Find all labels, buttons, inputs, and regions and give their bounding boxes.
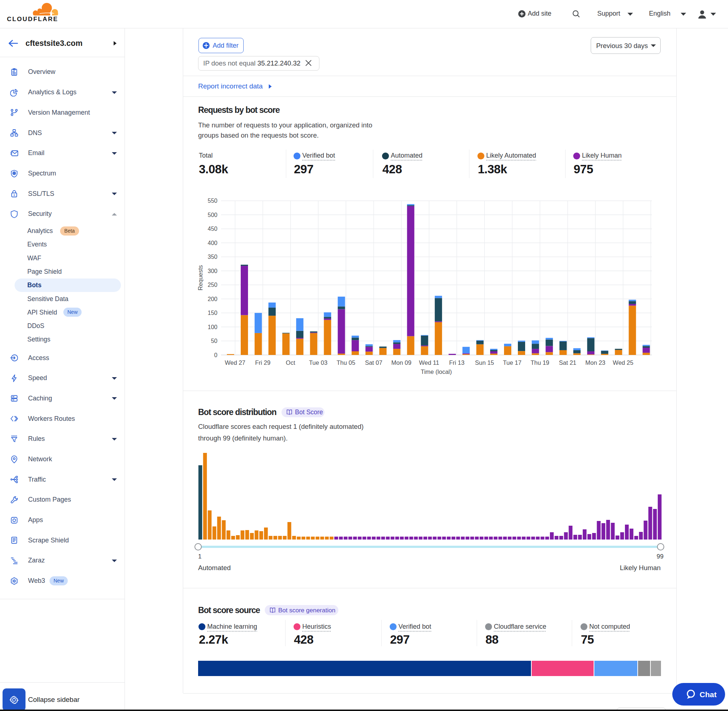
svg-text:Mon 09: Mon 09 bbox=[391, 359, 412, 366]
svg-text:400: 400 bbox=[208, 240, 217, 246]
svg-text:250: 250 bbox=[208, 282, 217, 288]
svg-text:300: 300 bbox=[208, 268, 217, 274]
svg-text:Sat 21: Sat 21 bbox=[559, 359, 576, 366]
svg-text:Time (local): Time (local) bbox=[421, 369, 452, 375]
svg-text:150: 150 bbox=[208, 310, 217, 316]
svg-text:Sun 15: Sun 15 bbox=[475, 359, 494, 366]
svg-text:Oct: Oct bbox=[286, 359, 295, 366]
svg-text:0: 0 bbox=[214, 352, 217, 358]
svg-text:Sat 07: Sat 07 bbox=[365, 359, 382, 366]
svg-text:200: 200 bbox=[208, 296, 217, 302]
svg-text:Wed 27: Wed 27 bbox=[225, 359, 245, 366]
svg-text:Requests: Requests bbox=[197, 265, 204, 291]
svg-text:450: 450 bbox=[208, 226, 217, 232]
svg-text:Wed 25: Wed 25 bbox=[613, 359, 633, 366]
svg-text:Thu 05: Thu 05 bbox=[337, 359, 355, 366]
svg-text:Wed 11: Wed 11 bbox=[419, 359, 439, 366]
svg-text:Fri 13: Fri 13 bbox=[449, 359, 464, 366]
svg-text:Tue 17: Tue 17 bbox=[503, 359, 521, 366]
svg-text:Fri 29: Fri 29 bbox=[255, 359, 270, 366]
svg-text:Tue 03: Tue 03 bbox=[309, 359, 328, 366]
svg-text:550: 550 bbox=[208, 198, 217, 204]
svg-text:350: 350 bbox=[208, 254, 217, 260]
svg-text:Thu 19: Thu 19 bbox=[531, 359, 549, 366]
svg-text:100: 100 bbox=[208, 324, 217, 330]
svg-text:50: 50 bbox=[211, 338, 217, 344]
svg-text:500: 500 bbox=[208, 212, 217, 218]
svg-text:Mon 23: Mon 23 bbox=[585, 359, 605, 366]
